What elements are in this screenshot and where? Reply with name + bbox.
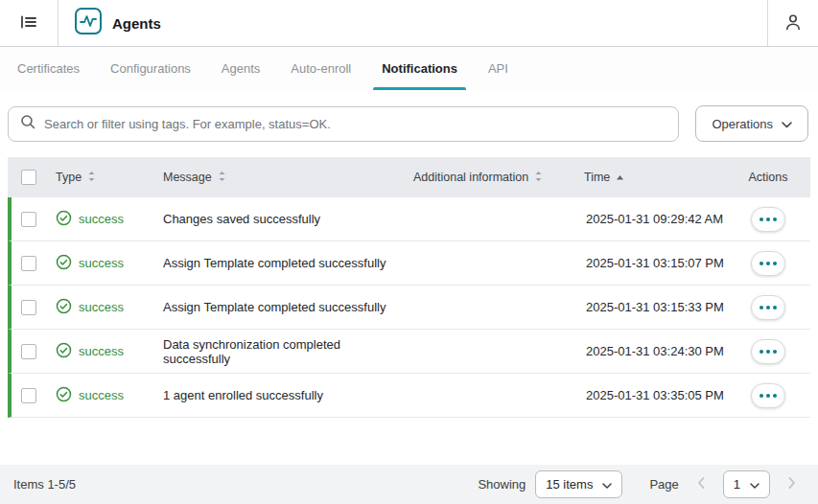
row-actions-button[interactable]: [751, 339, 785, 364]
column-header-message[interactable]: Message: [153, 171, 404, 185]
search-box[interactable]: [8, 106, 679, 142]
notifications-table: Type Message Additional information Time: [8, 157, 810, 418]
search-icon: [20, 114, 35, 133]
row-checkbox[interactable]: [21, 300, 36, 315]
tab-api[interactable]: API: [473, 47, 524, 90]
message-cell: Changes saved successfully: [153, 212, 404, 226]
actions-cell: [726, 251, 810, 276]
tab-configurations[interactable]: Configurations: [95, 47, 206, 90]
table-row: success Assign Template completed succes…: [8, 241, 810, 286]
chevron-down-icon: [750, 477, 760, 492]
row-checkbox[interactable]: [21, 388, 36, 403]
sort-icon: [87, 171, 96, 185]
ellipsis-icon: [760, 306, 777, 309]
time-cell: 2025-01-31 03:15:07 PM: [574, 256, 726, 270]
chevron-down-icon: [602, 477, 612, 492]
column-header-additional-information[interactable]: Additional information: [404, 171, 574, 185]
actions-cell: [726, 207, 810, 232]
tab-auto-enroll[interactable]: Auto-enroll: [275, 47, 366, 90]
app-brand: Agents: [58, 7, 176, 39]
message-cell: Assign Template completed successfully: [153, 300, 404, 314]
ellipsis-icon: [760, 394, 777, 398]
status-badge: success: [79, 388, 124, 402]
check-circle-icon: [56, 342, 72, 361]
type-cell: success: [46, 254, 153, 273]
row-actions-button[interactable]: [751, 251, 785, 276]
message-cell: Assign Template completed successfully: [153, 256, 404, 270]
operations-button-label: Operations: [712, 117, 773, 131]
pagination-bar: Items 1-5/5 Showing 15 items Page: [0, 465, 818, 504]
agents-logo-icon: [74, 7, 103, 39]
search-input[interactable]: [44, 117, 666, 131]
top-bar: Agents: [0, 0, 818, 47]
tab-notifications[interactable]: Notifications: [366, 47, 473, 90]
sort-icon: [534, 171, 543, 185]
page-number-select[interactable]: 1: [723, 470, 770, 498]
message-cell: 1 agent enrolled successfully: [153, 388, 404, 402]
app-window: Agents Certificates Configurations Agent…: [0, 0, 818, 504]
row-checkbox[interactable]: [21, 344, 36, 359]
time-cell: 2025-01-31 03:35:05 PM: [574, 388, 726, 402]
page-size-select[interactable]: 15 items: [535, 470, 622, 498]
time-cell: 2025-01-31 03:15:33 PM: [574, 300, 726, 314]
row-checkbox[interactable]: [21, 212, 36, 227]
chevron-left-icon: [697, 477, 705, 492]
operations-button[interactable]: Operations: [695, 105, 808, 142]
type-cell: success: [46, 386, 153, 405]
page-label: Page: [649, 477, 678, 492]
sidebar-toggle-button[interactable]: [0, 0, 58, 46]
table-row: success Changes saved successfully 2025-…: [8, 197, 810, 241]
user-icon: [783, 11, 804, 35]
ellipsis-icon: [760, 218, 777, 221]
table-row: success Assign Template completed succes…: [8, 286, 810, 330]
column-header-actions: Actions: [726, 171, 810, 184]
status-badge: success: [79, 344, 124, 358]
table-row: success Data synchronization completed s…: [8, 330, 810, 374]
type-cell: success: [46, 342, 153, 361]
toolbar: Operations: [0, 90, 818, 142]
check-circle-icon: [56, 210, 72, 229]
actions-cell: [726, 383, 810, 408]
chevron-right-icon: [788, 477, 796, 492]
ellipsis-icon: [760, 350, 777, 354]
previous-page-button[interactable]: [689, 472, 713, 497]
page-title: Agents: [112, 15, 161, 32]
status-badge: success: [79, 256, 124, 270]
time-cell: 2025-01-31 09:29:42 AM: [574, 212, 726, 226]
sort-asc-icon: [616, 171, 624, 184]
items-count: Items 1-5/5: [13, 477, 76, 492]
actions-cell: [726, 295, 810, 320]
column-header-type[interactable]: Type: [46, 171, 153, 185]
status-badge: success: [79, 212, 124, 226]
tab-agents[interactable]: Agents: [206, 47, 275, 90]
ellipsis-icon: [760, 262, 777, 265]
row-actions-button[interactable]: [751, 295, 785, 320]
chevron-down-icon: [782, 117, 792, 131]
column-header-time[interactable]: Time: [574, 171, 726, 184]
row-actions-button[interactable]: [751, 207, 785, 232]
type-cell: success: [46, 298, 153, 317]
table-row: success 1 agent enrolled successfully 20…: [8, 374, 810, 418]
actions-cell: [726, 339, 810, 364]
next-page-button[interactable]: [780, 472, 805, 497]
select-all-checkbox[interactable]: [21, 170, 36, 185]
sidebar-toggle-icon: [19, 12, 38, 34]
tab-bar: Certificates Configurations Agents Auto-…: [0, 47, 818, 90]
showing-label: Showing: [478, 477, 526, 492]
status-badge: success: [79, 300, 124, 314]
row-actions-button[interactable]: [751, 383, 785, 408]
time-cell: 2025-01-31 03:24:30 PM: [574, 344, 726, 358]
check-circle-icon: [56, 254, 72, 273]
message-cell: Data synchronization completed successfu…: [153, 337, 404, 366]
tab-certificates[interactable]: Certificates: [2, 47, 95, 90]
check-circle-icon: [56, 298, 72, 317]
sort-icon: [218, 171, 226, 185]
type-cell: success: [46, 210, 153, 229]
user-menu-button[interactable]: [768, 0, 818, 46]
check-circle-icon: [56, 386, 72, 405]
row-checkbox[interactable]: [21, 256, 36, 271]
table-header-row: Type Message Additional information Time: [8, 157, 810, 197]
